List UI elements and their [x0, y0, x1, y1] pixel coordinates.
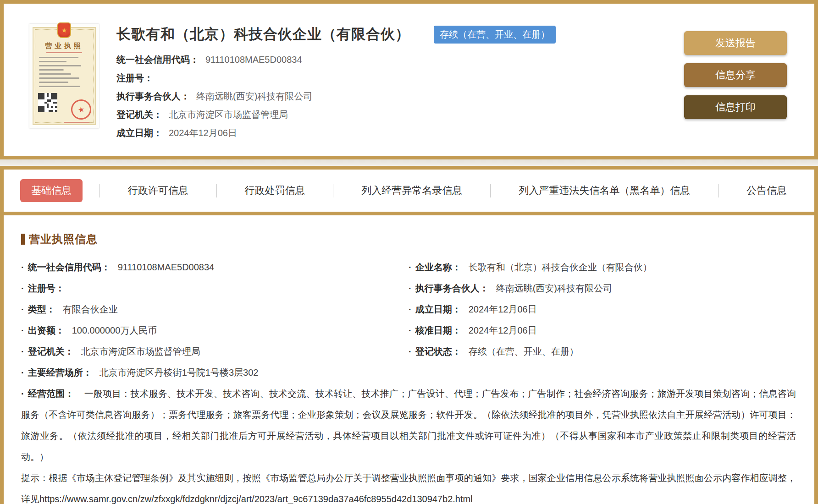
tab-divider: [216, 184, 217, 197]
header-field-reg-number: 注册号：: [116, 69, 667, 87]
notice-text: 提示：根据《市场主体登记管理条例》及其实施细则，按照《市场监管总局办公厅关于调整…: [21, 467, 796, 504]
section-title-bar: [21, 234, 25, 245]
detail-card: 基础信息 行政许可信息 行政处罚信息 列入经营异常名录信息 列入严重违法失信名单…: [0, 166, 818, 504]
tab-administrative-penalty[interactable]: 行政处罚信息: [234, 179, 316, 202]
tab-abnormal-operation-list[interactable]: 列入经营异常名录信息: [350, 179, 473, 202]
qr-code-icon: [38, 93, 57, 112]
tab-divider: [490, 184, 491, 197]
field-company-type: ·类型：有限合伙企业: [21, 299, 409, 320]
tab-basic-info[interactable]: 基础信息: [20, 179, 83, 202]
field-registration-authority: ·登记机关：北京市海淀区市场监督管理局: [21, 341, 409, 362]
card-gap: [0, 159, 818, 166]
field-approval-date: ·核准日期：2024年12月06日: [409, 320, 796, 341]
company-header-info: 长歌有和（北京）科技合伙企业（有限合伙） 存续（在营、开业、在册） 统一社会信用…: [116, 24, 667, 142]
field-business-premises: ·主要经营场所：北京市海淀区丹棱街1号院1号楼3层302: [21, 362, 796, 383]
header-action-buttons: 发送报告 信息分享 信息打印: [684, 31, 787, 142]
share-info-button[interactable]: 信息分享: [684, 63, 787, 87]
tab-serious-violation-blacklist[interactable]: 列入严重违法失信名单（黑名单）信息: [508, 179, 701, 202]
business-license-certificate: ★ 营业执照 ★: [33, 27, 96, 125]
header-field-managing-partner: 执行事务合伙人：终南远眺(西安)科技有限公司: [116, 87, 667, 105]
tab-announcement-info[interactable]: 公告信息: [735, 179, 798, 202]
field-capital: ·出资额：100.000000万人民币: [21, 320, 409, 341]
national-emblem-icon: ★: [57, 22, 71, 38]
business-license-image: ★ 营业执照 ★: [29, 24, 99, 128]
license-text-lines: [38, 57, 90, 87]
field-company-name: ·企业名称：长歌有和（北京）科技合伙企业（有限合伙）: [409, 257, 796, 278]
company-name: 长歌有和（北京）科技合伙企业（有限合伙）: [116, 25, 410, 44]
field-reg-number: ·注册号：: [21, 278, 409, 299]
license-date-line: [64, 122, 89, 123]
license-number-line: [46, 52, 82, 53]
tab-divider: [99, 184, 100, 197]
print-info-button[interactable]: 信息打印: [684, 95, 787, 119]
field-business-scope: ·经营范围：一般项目：技术服务、技术开发、技术咨询、技术交流、技术转让、技术推广…: [21, 383, 796, 467]
company-summary-card: ★ 营业执照 ★ 长歌有和（北京）科技合伙企业（有限合伙） 存续（在营、开业、在…: [0, 0, 818, 159]
tab-divider: [718, 184, 719, 197]
tab-administrative-license[interactable]: 行政许可信息: [117, 179, 199, 202]
gold-divider: [4, 212, 814, 215]
header-field-credit-code: 统一社会信用代码：91110108MAE5D00834: [116, 50, 667, 69]
send-report-button[interactable]: 发送报告: [684, 31, 787, 55]
tab-bar: 基础信息 行政许可信息 行政处罚信息 列入经营异常名录信息 列入严重违法失信名单…: [4, 170, 814, 212]
field-managing-partner: ·执行事务合伙人：终南远眺(西安)科技有限公司: [409, 278, 796, 299]
field-credit-code: ·统一社会信用代码：91110108MAE5D00834: [21, 257, 409, 278]
red-seal-icon: ★: [69, 98, 93, 121]
license-info-grid: ·统一社会信用代码：91110108MAE5D00834 ·企业名称：长歌有和（…: [21, 257, 796, 383]
header-field-registration-authority: 登记机关：北京市海淀区市场监督管理局: [116, 105, 667, 124]
license-certificate-title: 营业执照: [38, 42, 90, 50]
field-registration-status: ·登记状态：存续（在营、开业、在册）: [409, 341, 796, 362]
field-establish-date: ·成立日期：2024年12月06日: [409, 299, 796, 320]
license-info-section: 营业执照信息 ·统一社会信用代码：91110108MAE5D00834 ·企业名…: [4, 215, 814, 504]
section-title: 营业执照信息: [21, 232, 796, 247]
status-badge: 存续（在营、开业、在册）: [434, 26, 556, 44]
header-field-establish-date: 成立日期：2024年12月06日: [116, 124, 667, 142]
tab-divider: [333, 184, 333, 197]
